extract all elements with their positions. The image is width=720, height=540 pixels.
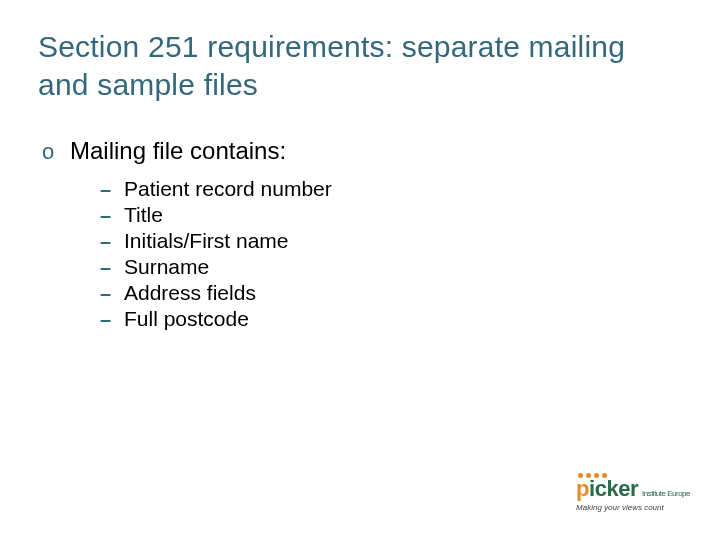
logo: picker Institute Europe Making your view…	[576, 473, 690, 512]
bullet-level2: –	[100, 256, 124, 279]
list-item-text: Surname	[124, 255, 209, 279]
bullet-level2: –	[100, 204, 124, 227]
logo-letter-p: p	[576, 478, 589, 500]
list-item: – Surname	[100, 255, 682, 279]
list-item: – Full postcode	[100, 307, 682, 331]
bullet-level2: –	[100, 282, 124, 305]
list-item-text: Patient record number	[124, 177, 332, 201]
logo-tagline: Making your views count	[576, 503, 690, 512]
list-level1-text: Mailing file contains:	[70, 137, 286, 165]
list-item-text: Initials/First name	[124, 229, 289, 253]
bullet-level2: –	[100, 178, 124, 201]
slide-title: Section 251 requirements: separate maili…	[38, 28, 682, 103]
list-item: – Address fields	[100, 281, 682, 305]
list-level1: o Mailing file contains:	[42, 137, 682, 165]
list-item-text: Title	[124, 203, 163, 227]
logo-rest: icker	[589, 478, 638, 500]
bullet-level2: –	[100, 230, 124, 253]
logo-institute: Institute Europe	[642, 490, 690, 500]
list-item: – Initials/First name	[100, 229, 682, 253]
list-level2-container: – Patient record number – Title – Initia…	[100, 177, 682, 331]
list-item: – Patient record number	[100, 177, 682, 201]
list-item-text: Address fields	[124, 281, 256, 305]
list-item: – Title	[100, 203, 682, 227]
list-item-text: Full postcode	[124, 307, 249, 331]
bullet-level2: –	[100, 308, 124, 331]
logo-word: picker Institute Europe	[576, 478, 690, 500]
bullet-level1: o	[42, 139, 70, 165]
